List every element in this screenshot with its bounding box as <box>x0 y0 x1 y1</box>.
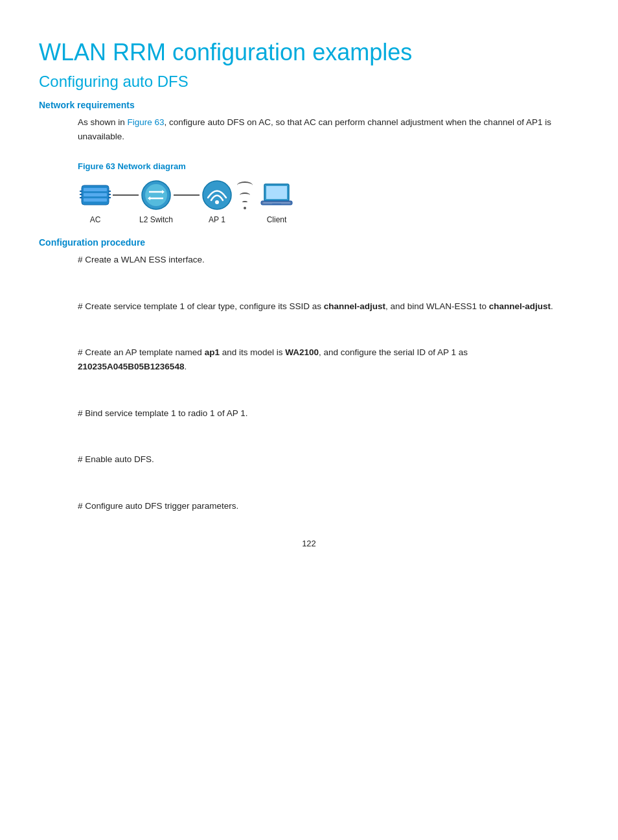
svg-rect-3 <box>84 198 107 202</box>
switch-device: L2 Switch <box>139 178 174 224</box>
step3: # Create an AP template named ap1 and it… <box>78 345 579 373</box>
page-title: WLAN RRM configuration examples <box>39 39 579 66</box>
step4-text: # Bind service template 1 to radio 1 of … <box>78 408 247 418</box>
step1: # Create a WLAN ESS interface. <box>78 253 579 267</box>
step2-bold2: channel-adjust <box>489 301 551 311</box>
step5: # Enable auto DFS. <box>78 452 579 467</box>
svg-rect-2 <box>84 193 107 196</box>
wifi-arc-small <box>242 201 247 204</box>
svg-point-11 <box>145 184 167 206</box>
ap1-device: AP 1 <box>200 178 235 224</box>
section-title: Configuring auto DFS <box>39 73 579 91</box>
svg-rect-22 <box>272 204 281 204</box>
figure-link[interactable]: Figure 63 <box>128 117 165 127</box>
wireless-signal <box>237 181 253 209</box>
configuration-procedure-heading: Configuration procedure <box>39 237 579 248</box>
step3-prefix: # Create an AP template named <box>78 347 205 357</box>
step3-text2: and its model is <box>220 347 285 357</box>
step3-bold3: 210235A045B05B1236548 <box>78 362 184 371</box>
network-diagram-section: Figure 63 Network diagram <box>78 161 579 224</box>
step3-bold2: WA2100 <box>285 347 319 357</box>
step6: # Configure auto DFS trigger parameters. <box>78 499 579 513</box>
intro-paragraph: As shown in Figure 63, configure auto DF… <box>78 115 579 143</box>
page-number: 122 <box>39 539 579 548</box>
step5-text: # Enable auto DFS. <box>78 454 154 464</box>
diagram-container: AC L2 Switch <box>78 178 579 224</box>
step2-text3: . <box>551 301 553 311</box>
wifi-dot <box>244 207 246 209</box>
svg-rect-9 <box>108 197 111 198</box>
ac-icon <box>78 178 113 213</box>
connector-2 <box>174 194 200 196</box>
switch-icon <box>139 178 174 213</box>
svg-point-17 <box>215 200 219 204</box>
step2-prefix: # Create service template 1 of clear typ… <box>78 301 324 311</box>
ac-label: AC <box>90 215 101 224</box>
svg-rect-19 <box>266 186 287 199</box>
svg-rect-7 <box>108 191 111 192</box>
svg-rect-8 <box>108 194 111 195</box>
ap1-label: AP 1 <box>209 215 225 224</box>
wifi-arc-medium <box>240 192 250 198</box>
connector-1 <box>113 194 139 196</box>
client-icon <box>259 178 294 213</box>
switch-label: L2 Switch <box>139 215 173 224</box>
svg-rect-21 <box>263 202 290 204</box>
svg-rect-5 <box>80 194 82 195</box>
step2: # Create service template 1 of clear typ… <box>78 299 579 314</box>
figure-title: Figure 63 Network diagram <box>78 161 579 171</box>
step3-text3: , and configure the serial ID of AP 1 as <box>319 347 468 357</box>
svg-rect-6 <box>80 197 82 198</box>
ap1-icon <box>200 178 235 213</box>
step2-text2: , and bind WLAN-ESS1 to <box>385 301 489 311</box>
step2-bold1: channel-adjust <box>324 301 385 311</box>
svg-rect-4 <box>80 191 82 192</box>
ac-device: AC <box>78 178 113 224</box>
wifi-arc-large <box>237 181 253 189</box>
client-label: Client <box>267 215 287 224</box>
network-requirements-heading: Network requirements <box>39 100 579 110</box>
step4: # Bind service template 1 to radio 1 of … <box>78 406 579 421</box>
svg-rect-1 <box>84 188 107 191</box>
intro-text-1: As shown in <box>78 117 128 127</box>
step3-bold1: ap1 <box>205 347 220 357</box>
step6-text: # Configure auto DFS trigger parameters. <box>78 501 238 511</box>
step1-text: # Create a WLAN ESS interface. <box>78 255 205 264</box>
client-device: Client <box>259 178 294 224</box>
step3-text4: . <box>184 362 187 371</box>
